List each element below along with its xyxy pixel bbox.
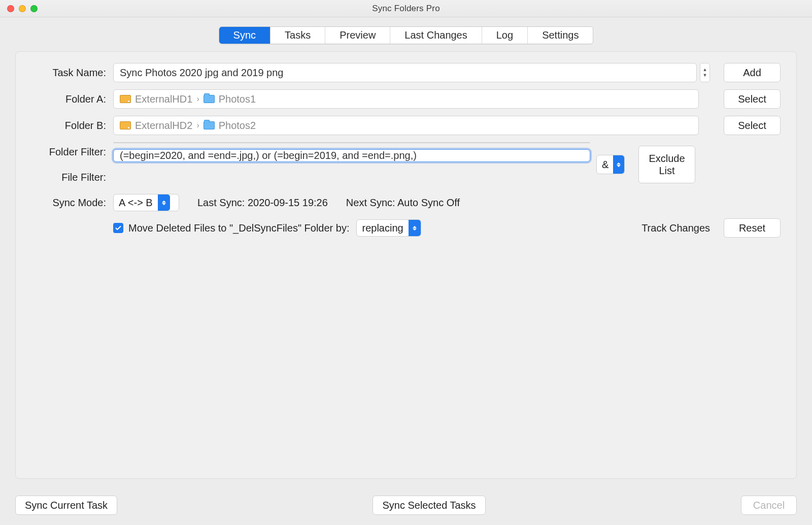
- select-caret-icon: [613, 155, 624, 174]
- select-caret-icon: [409, 220, 421, 236]
- folder-icon: [204, 121, 215, 129]
- move-deleted-checkbox[interactable]: [113, 223, 123, 233]
- tab-log[interactable]: Log: [482, 27, 528, 44]
- tab-preview[interactable]: Preview: [325, 27, 390, 44]
- reset-button[interactable]: Reset: [724, 218, 781, 238]
- folder-b-drive: ExternalHD2: [135, 120, 192, 132]
- folder-b-path[interactable]: ExternalHD2 › Photos2: [113, 116, 699, 135]
- tabbar: Sync Tasks Preview Last Changes Log Sett…: [0, 17, 812, 44]
- main-tabs: Sync Tasks Preview Last Changes Log Sett…: [219, 26, 594, 44]
- task-name-input[interactable]: Sync Photos 2020 jpg and 2019 png: [113, 63, 697, 82]
- footer: Sync Current Task Sync Selected Tasks Ca…: [15, 496, 797, 515]
- add-button[interactable]: Add: [724, 63, 781, 82]
- tab-settings[interactable]: Settings: [528, 27, 593, 44]
- replacing-value: replacing: [362, 222, 403, 234]
- chevron-right-icon: ›: [196, 121, 199, 130]
- file-filter-label: File Filter:: [27, 168, 113, 187]
- chevron-right-icon: ›: [196, 94, 199, 104]
- last-sync-text: Last Sync: 2020-09-15 19:26: [197, 197, 328, 209]
- task-stepper[interactable]: ▲ ▼: [700, 63, 710, 82]
- folder-a-folder: Photos1: [219, 93, 256, 105]
- main-panel: Task Name: Sync Photos 2020 jpg and 2019…: [15, 51, 797, 479]
- select-folder-b-button[interactable]: Select: [724, 116, 781, 135]
- exclude-list-button[interactable]: Exclude List: [638, 146, 695, 183]
- next-sync-text: Next Sync: Auto Sync Off: [346, 197, 460, 209]
- tab-last-changes[interactable]: Last Changes: [390, 27, 482, 44]
- folder-icon: [204, 95, 215, 103]
- folder-a-drive: ExternalHD1: [135, 93, 192, 105]
- task-name-value: Sync Photos 2020 jpg and 2019 png: [120, 67, 283, 79]
- folder-filter-label: Folder Filter:: [27, 142, 113, 161]
- folder-b-label: Folder B:: [27, 120, 113, 132]
- sync-current-task-button[interactable]: Sync Current Task: [15, 496, 117, 515]
- task-name-label: Task Name:: [27, 67, 113, 79]
- replacing-select[interactable]: replacing: [356, 219, 421, 237]
- sync-mode-label: Sync Mode:: [27, 197, 113, 209]
- window-title: Sync Folders Pro: [0, 4, 812, 14]
- select-folder-a-button[interactable]: Select: [724, 89, 781, 109]
- stepper-up-icon: ▲: [700, 68, 709, 72]
- move-deleted-label: Move Deleted Files to "_DelSyncFiles" Fo…: [128, 222, 349, 234]
- cancel-button[interactable]: Cancel: [741, 496, 797, 515]
- tab-sync[interactable]: Sync: [219, 27, 270, 44]
- file-filter-value: (=begin=2020, and =end=.jpg,) or (=begin…: [120, 150, 417, 161]
- sync-selected-tasks-button[interactable]: Sync Selected Tasks: [373, 496, 485, 515]
- filter-operator-select[interactable]: &: [596, 155, 625, 174]
- select-caret-icon: [158, 194, 170, 211]
- stepper-down-icon: ▼: [700, 73, 709, 78]
- filter-operator-value: &: [602, 159, 608, 171]
- check-icon: [115, 224, 122, 232]
- sync-mode-select[interactable]: A <-> B: [113, 194, 179, 211]
- drive-icon: [120, 121, 131, 129]
- tab-tasks[interactable]: Tasks: [270, 27, 325, 44]
- folder-b-folder: Photos2: [219, 120, 256, 132]
- folder-a-path[interactable]: ExternalHD1 › Photos1: [113, 89, 699, 109]
- drive-icon: [120, 95, 131, 103]
- folder-filter-input[interactable]: [113, 142, 590, 143]
- track-changes-link[interactable]: Track Changes: [641, 222, 710, 234]
- titlebar: Sync Folders Pro: [0, 0, 812, 17]
- file-filter-input[interactable]: (=begin=2020, and =end=.jpg,) or (=begin…: [113, 149, 590, 162]
- folder-a-label: Folder A:: [27, 93, 113, 105]
- sync-mode-value: A <-> B: [119, 197, 153, 209]
